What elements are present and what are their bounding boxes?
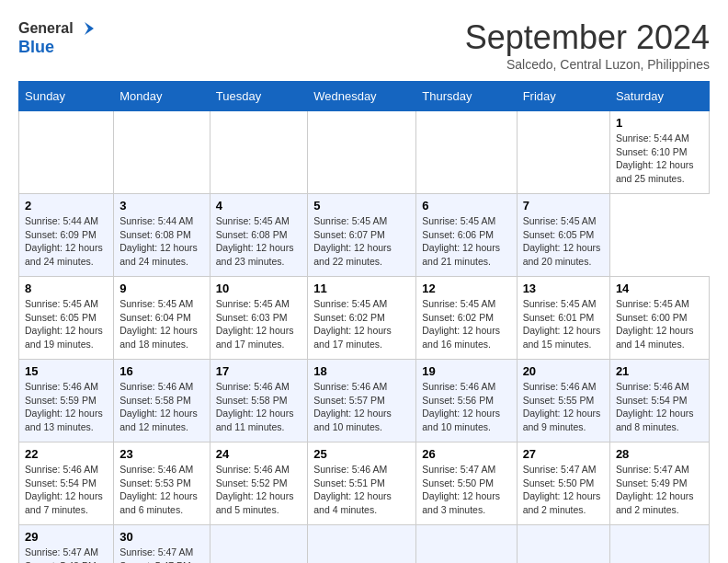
calendar-day-cell: 21 Sunrise: 5:46 AM Sunset: 5:54 PM Dayl… [609, 360, 709, 442]
calendar-empty-cell [609, 525, 709, 564]
day-number: 11 [313, 282, 410, 295]
location-subtitle: Salcedo, Central Luzon, Philippines [465, 57, 710, 72]
day-info: Sunrise: 5:45 AM Sunset: 6:03 PM Dayligh… [216, 297, 301, 351]
calendar-day-cell: 3 Sunrise: 5:44 AM Sunset: 6:08 PM Dayli… [114, 194, 210, 277]
day-number: 20 [523, 364, 604, 378]
day-info: Sunrise: 5:46 AM Sunset: 5:52 PM Dayligh… [216, 463, 301, 517]
header-sunday: Sunday [19, 82, 114, 111]
calendar-day-cell: 7 Sunrise: 5:45 AM Sunset: 6:05 PM Dayli… [517, 194, 609, 277]
svg-marker-0 [85, 22, 94, 35]
day-number: 23 [119, 447, 204, 461]
header-friday: Friday [517, 82, 609, 111]
day-info: Sunrise: 5:45 AM Sunset: 6:07 PM Dayligh… [313, 214, 410, 269]
day-number: 1 [616, 116, 703, 130]
day-info: Sunrise: 5:47 AM Sunset: 5:50 PM Dayligh… [523, 463, 604, 517]
calendar-day-cell: 29 Sunrise: 5:47 AM Sunset: 5:48 PM Dayl… [19, 525, 114, 564]
day-number: 5 [313, 199, 410, 213]
day-number: 29 [25, 530, 108, 544]
day-info: Sunrise: 5:47 AM Sunset: 5:50 PM Dayligh… [422, 463, 510, 517]
calendar-day-cell: 11 Sunrise: 5:45 AM Sunset: 6:02 PM Dayl… [308, 277, 416, 360]
day-info: Sunrise: 5:45 AM Sunset: 6:08 PM Dayligh… [216, 214, 301, 269]
day-number: 16 [119, 364, 204, 378]
day-number: 15 [25, 364, 108, 378]
day-info: Sunrise: 5:45 AM Sunset: 6:05 PM Dayligh… [25, 297, 108, 351]
calendar-week-row: 29 Sunrise: 5:47 AM Sunset: 5:48 PM Dayl… [19, 525, 710, 564]
header-tuesday: Tuesday [210, 82, 307, 111]
header-saturday: Saturday [609, 82, 709, 111]
day-number: 6 [422, 199, 510, 213]
calendar-empty-cell [210, 525, 307, 564]
day-info: Sunrise: 5:45 AM Sunset: 6:02 PM Dayligh… [313, 297, 410, 351]
month-title: September 2024 [465, 18, 710, 57]
day-info: Sunrise: 5:46 AM Sunset: 5:59 PM Dayligh… [25, 380, 108, 434]
calendar-table: Sunday Monday Tuesday Wednesday Thursday… [18, 81, 710, 563]
calendar-day-cell: 17 Sunrise: 5:46 AM Sunset: 5:58 PM Dayl… [210, 360, 307, 442]
day-number: 4 [216, 199, 301, 213]
day-number: 8 [25, 282, 108, 295]
calendar-day-cell: 23 Sunrise: 5:46 AM Sunset: 5:53 PM Dayl… [114, 442, 210, 525]
calendar-day-cell: 20 Sunrise: 5:46 AM Sunset: 5:55 PM Dayl… [517, 360, 609, 442]
day-info: Sunrise: 5:45 AM Sunset: 6:00 PM Dayligh… [616, 297, 703, 351]
day-number: 28 [616, 447, 703, 461]
day-number: 18 [313, 364, 410, 378]
day-number: 22 [25, 447, 108, 461]
calendar-day-cell: 9 Sunrise: 5:45 AM Sunset: 6:04 PM Dayli… [114, 277, 210, 360]
calendar-day-cell: 24 Sunrise: 5:46 AM Sunset: 5:52 PM Dayl… [210, 442, 307, 525]
day-info: Sunrise: 5:45 AM Sunset: 6:04 PM Dayligh… [119, 297, 204, 351]
calendar-empty-cell [308, 525, 416, 564]
calendar-header-row: Sunday Monday Tuesday Wednesday Thursday… [19, 82, 710, 111]
calendar-week-row: 1 Sunrise: 5:44 AM Sunset: 6:10 PM Dayli… [19, 111, 710, 194]
calendar-empty-cell [416, 111, 517, 194]
calendar-week-row: 22 Sunrise: 5:46 AM Sunset: 5:54 PM Dayl… [19, 442, 710, 525]
day-number: 7 [523, 199, 604, 213]
title-section: September 2024 Salcedo, Central Luzon, P… [465, 18, 710, 72]
day-number: 24 [216, 447, 301, 461]
day-info: Sunrise: 5:44 AM Sunset: 6:08 PM Dayligh… [119, 214, 204, 269]
day-number: 27 [523, 447, 604, 461]
calendar-day-cell: 4 Sunrise: 5:45 AM Sunset: 6:08 PM Dayli… [210, 194, 307, 277]
day-number: 26 [422, 447, 510, 461]
calendar-day-cell: 1 Sunrise: 5:44 AM Sunset: 6:10 PM Dayli… [609, 111, 709, 194]
day-info: Sunrise: 5:45 AM Sunset: 6:02 PM Dayligh… [422, 297, 510, 351]
day-info: Sunrise: 5:46 AM Sunset: 5:51 PM Dayligh… [313, 463, 410, 517]
calendar-day-cell: 8 Sunrise: 5:45 AM Sunset: 6:05 PM Dayli… [19, 277, 114, 360]
day-number: 30 [119, 530, 204, 544]
header-monday: Monday [114, 82, 210, 111]
calendar-day-cell: 5 Sunrise: 5:45 AM Sunset: 6:07 PM Dayli… [308, 194, 416, 277]
logo-arrow-icon [75, 18, 96, 39]
calendar-empty-cell [308, 111, 416, 194]
day-info: Sunrise: 5:44 AM Sunset: 6:09 PM Dayligh… [25, 214, 108, 269]
calendar-day-cell: 2 Sunrise: 5:44 AM Sunset: 6:09 PM Dayli… [19, 194, 114, 277]
calendar-day-cell: 16 Sunrise: 5:46 AM Sunset: 5:58 PM Dayl… [114, 360, 210, 442]
calendar-day-cell: 15 Sunrise: 5:46 AM Sunset: 5:59 PM Dayl… [19, 360, 114, 442]
day-number: 13 [523, 282, 604, 295]
calendar-day-cell: 14 Sunrise: 5:45 AM Sunset: 6:00 PM Dayl… [609, 277, 709, 360]
day-info: Sunrise: 5:47 AM Sunset: 5:49 PM Dayligh… [616, 463, 703, 517]
header-thursday: Thursday [416, 82, 517, 111]
day-info: Sunrise: 5:45 AM Sunset: 6:06 PM Dayligh… [422, 214, 510, 269]
calendar-day-cell: 10 Sunrise: 5:45 AM Sunset: 6:03 PM Dayl… [210, 277, 307, 360]
calendar-day-cell: 18 Sunrise: 5:46 AM Sunset: 5:57 PM Dayl… [308, 360, 416, 442]
day-info: Sunrise: 5:47 AM Sunset: 5:48 PM Dayligh… [25, 546, 108, 563]
calendar-week-row: 2 Sunrise: 5:44 AM Sunset: 6:09 PM Dayli… [19, 194, 710, 277]
day-info: Sunrise: 5:46 AM Sunset: 5:53 PM Dayligh… [119, 463, 204, 517]
day-number: 3 [119, 199, 204, 213]
day-info: Sunrise: 5:45 AM Sunset: 6:05 PM Dayligh… [523, 214, 604, 269]
day-number: 14 [616, 282, 703, 295]
day-number: 19 [422, 364, 510, 378]
calendar-day-cell: 30 Sunrise: 5:47 AM Sunset: 5:47 PM Dayl… [114, 525, 210, 564]
calendar-empty-cell [517, 525, 609, 564]
calendar-week-row: 8 Sunrise: 5:45 AM Sunset: 6:05 PM Dayli… [19, 277, 710, 360]
calendar-empty-cell [416, 525, 517, 564]
day-info: Sunrise: 5:46 AM Sunset: 5:58 PM Dayligh… [119, 380, 204, 434]
day-info: Sunrise: 5:46 AM Sunset: 5:54 PM Dayligh… [616, 380, 703, 434]
header-wednesday: Wednesday [308, 82, 416, 111]
day-number: 12 [422, 282, 510, 295]
day-number: 25 [313, 447, 410, 461]
day-number: 9 [119, 282, 204, 295]
calendar-empty-cell [114, 111, 210, 194]
day-info: Sunrise: 5:44 AM Sunset: 6:10 PM Dayligh… [616, 132, 703, 186]
day-info: Sunrise: 5:46 AM Sunset: 5:55 PM Dayligh… [523, 380, 604, 434]
day-info: Sunrise: 5:45 AM Sunset: 6:01 PM Dayligh… [523, 297, 604, 351]
calendar-day-cell: 25 Sunrise: 5:46 AM Sunset: 5:51 PM Dayl… [308, 442, 416, 525]
